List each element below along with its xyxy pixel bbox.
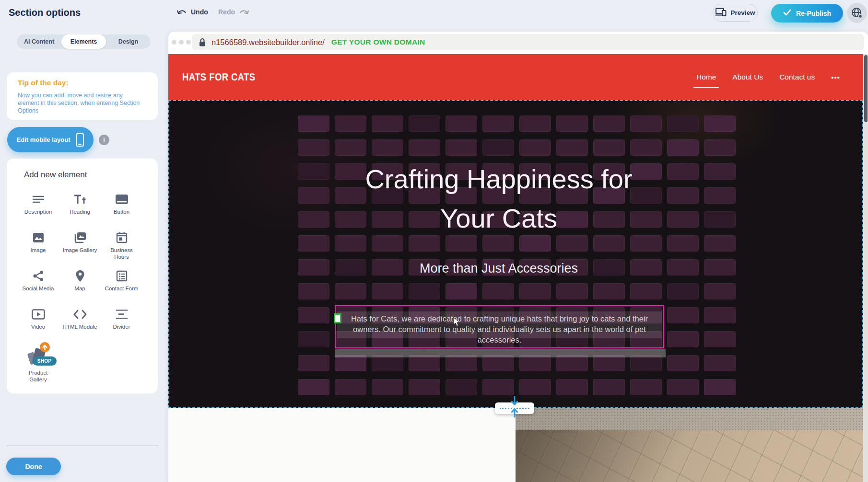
site-logo[interactable]: HATS FOR CATS (182, 54, 256, 100)
hero-tile (667, 259, 699, 275)
element-item-description[interactable]: Description (17, 187, 59, 226)
language-globe-button[interactable] (847, 3, 867, 23)
element-item-label: Social Media (20, 286, 57, 292)
preview-button[interactable]: Preview (713, 4, 758, 22)
hero-tile (593, 139, 625, 156)
hero-tile (335, 355, 366, 371)
hero-tile (667, 307, 699, 323)
hero-subheading[interactable]: More than Just Accessories (331, 261, 667, 276)
nav-item-about-us[interactable]: About Us (732, 73, 763, 81)
undo-label: Undo (191, 8, 208, 16)
site-url: n1566589.websitebuilder.online/ (211, 38, 325, 47)
hero-heading[interactable]: Crafting Happiness for Your Cats (345, 160, 652, 238)
tab-design[interactable]: Design (106, 34, 151, 49)
hero-tile (446, 379, 477, 395)
hero-tile (630, 115, 662, 132)
hero-tile (704, 139, 736, 156)
hero-tile (667, 331, 699, 347)
heading-icon (73, 192, 87, 207)
map-pin-icon (75, 269, 85, 283)
redo-button[interactable]: Redo (218, 8, 249, 16)
get-your-own-domain-link[interactable]: GET YOUR OWN DOMAIN (331, 38, 425, 46)
hero-tile (630, 139, 662, 156)
element-item-contact-form[interactable]: Contact Form (101, 264, 142, 302)
globe-icon (851, 7, 863, 19)
tab-elements[interactable]: Elements (61, 34, 106, 49)
hero-tile (556, 283, 588, 299)
element-item-social-media[interactable]: Social Media (17, 264, 59, 302)
tab-ai-content[interactable]: AI Content (17, 34, 61, 49)
edit-mobile-layout-button[interactable]: Edit mobile layout (7, 127, 94, 152)
text-shadow-strip (335, 349, 666, 357)
widget-resize-handle[interactable] (334, 313, 341, 323)
element-item-map[interactable]: Map (59, 264, 101, 302)
lock-icon (199, 38, 206, 49)
element-item-html-module[interactable]: HTML Module (59, 302, 101, 341)
hero-tile (704, 115, 736, 132)
hero-tile (409, 115, 440, 132)
hero-tile (298, 379, 329, 395)
hero-tile (298, 283, 329, 299)
hero-tile (298, 331, 329, 347)
preview-icon (715, 8, 727, 18)
browser-address-bar[interactable]: n1566589.websitebuilder.online/ GET YOUR… (192, 34, 864, 50)
hero-tile (667, 355, 699, 371)
browser-dot (172, 40, 176, 45)
next-section-photo[interactable] (516, 408, 868, 482)
element-item-image[interactable]: Image (17, 226, 59, 264)
video-icon (32, 307, 45, 321)
hero-tile (335, 283, 366, 299)
social-media-icon (33, 269, 44, 283)
element-item-button[interactable]: Button (101, 187, 142, 226)
undo-button[interactable]: Undo (176, 8, 208, 16)
html-module-icon (73, 307, 87, 321)
element-item-product-gallery[interactable]: SHOP Product Gallery (17, 341, 59, 389)
hero-tile (593, 283, 625, 299)
page-title: Section options (9, 7, 81, 18)
element-item-video[interactable]: Video (17, 302, 59, 341)
resize-dash-line (500, 408, 529, 409)
element-item-label: HTML Module (61, 324, 99, 331)
hero-tile (704, 379, 736, 395)
nav-more-icon[interactable]: ••• (831, 73, 840, 81)
hero-tile (630, 355, 662, 371)
hero-tile (704, 187, 736, 204)
hero-tile (593, 355, 625, 371)
element-item-label: Divider (103, 324, 141, 331)
element-item-image-gallery[interactable]: Image Gallery (59, 226, 101, 264)
scrollbar-thumb[interactable] (864, 55, 868, 122)
republish-button[interactable]: Re-Publish (771, 4, 843, 23)
element-item-heading[interactable]: Heading (59, 187, 101, 226)
hero-tile (704, 283, 736, 299)
hero-tile (704, 331, 736, 347)
element-item-business-hours[interactable]: Business Hours (101, 226, 142, 264)
nav-item-home[interactable]: Home (696, 73, 716, 81)
mouse-cursor (453, 317, 460, 329)
site-nav: Home About Us Contact us ••• (696, 54, 840, 100)
hero-tile (446, 139, 477, 156)
hero-section[interactable]: Crafting Happiness for Your Cats More th… (168, 100, 863, 408)
hero-tile (446, 115, 477, 132)
hero-tile (298, 163, 329, 180)
hero-tile (298, 355, 329, 371)
next-section-white[interactable] (168, 408, 516, 482)
mobile-phone-icon (76, 133, 84, 147)
hero-tile (372, 379, 403, 395)
add-new-element-title: Add new element (24, 170, 158, 180)
info-icon[interactable]: i (99, 135, 109, 145)
hero-tile (667, 163, 699, 180)
section-resize-handle[interactable] (495, 402, 534, 414)
redo-icon (239, 9, 249, 16)
hero-tile (446, 355, 477, 371)
business-hours-icon (116, 230, 128, 245)
hero-tile (667, 283, 699, 299)
tip-title: Tip of the day: (18, 79, 147, 87)
hero-tile (409, 139, 440, 156)
site-scrollbar[interactable] (863, 54, 868, 482)
selected-text-widget[interactable]: Hats for Cats, we are dedicated to craft… (335, 305, 664, 348)
browser-dot (179, 40, 184, 45)
element-item-divider[interactable]: Divider (101, 302, 142, 341)
done-button[interactable]: Done (6, 458, 61, 475)
nav-item-contact-us[interactable]: Contact us (779, 73, 815, 81)
hero-tile (704, 163, 736, 180)
